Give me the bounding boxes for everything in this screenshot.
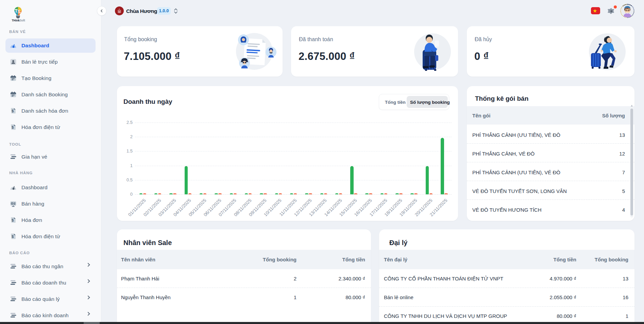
svg-text:$: $	[12, 218, 14, 222]
svg-text:$: $	[12, 125, 14, 129]
svg-text:$: $	[12, 234, 14, 239]
svg-text:S: S	[18, 9, 21, 14]
svg-text:$: $	[12, 109, 14, 113]
